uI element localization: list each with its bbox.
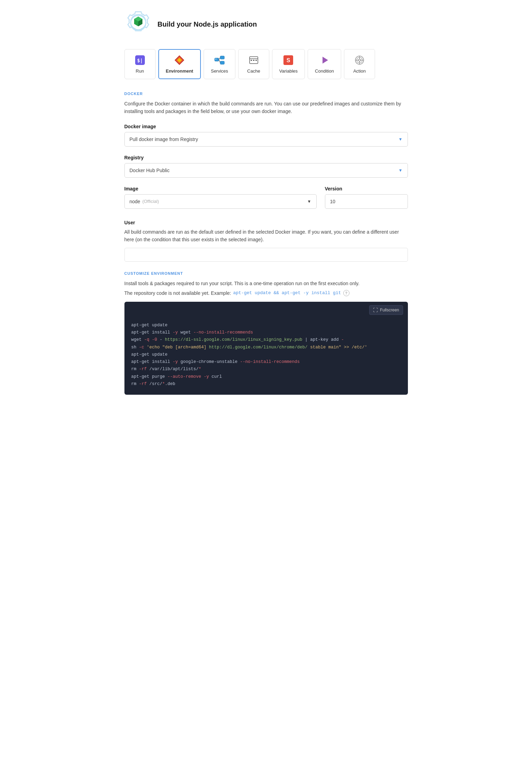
svg-rect-11 bbox=[215, 58, 219, 61]
fullscreen-label: Fullscreen bbox=[380, 308, 399, 312]
docker-image-label: Docker image bbox=[124, 124, 408, 129]
fullscreen-button[interactable]: ⛶ Fullscreen bbox=[369, 305, 403, 315]
cache-icon bbox=[248, 55, 259, 66]
tabs-container: $| Run Environment bbox=[124, 49, 408, 79]
svg-marker-24 bbox=[323, 57, 328, 64]
image-version-row: Image node (Official) ▼ Version bbox=[124, 186, 408, 217]
customize-section: CUSTOMIZE ENVIRONMENT Install tools & pa… bbox=[124, 271, 408, 395]
tab-environment[interactable]: Environment bbox=[158, 49, 201, 79]
svg-rect-12 bbox=[215, 59, 216, 59]
image-select-wrapper[interactable]: node (Official) ▼ bbox=[124, 194, 317, 209]
example-line: The repository code is not available yet… bbox=[124, 290, 408, 296]
svg-rect-20 bbox=[253, 60, 254, 61]
tab-run-label: Run bbox=[136, 68, 144, 74]
tab-variables-label: Variables bbox=[279, 68, 298, 74]
docker-image-select[interactable]: Pull docker image from Registry bbox=[125, 132, 408, 146]
svg-text:$|: $| bbox=[137, 58, 143, 64]
tab-variables[interactable]: S Variables bbox=[272, 49, 305, 79]
tab-action[interactable]: Action bbox=[344, 49, 375, 79]
image-label: Image bbox=[124, 186, 317, 191]
example-prefix: The repository code is not available yet… bbox=[124, 290, 231, 296]
tab-action-label: Action bbox=[353, 68, 366, 74]
image-dropdown-arrow: ▼ bbox=[307, 199, 316, 204]
tab-condition-label: Condition bbox=[315, 68, 334, 74]
docker-description: Configure the Docker container in which … bbox=[124, 100, 408, 115]
code-block[interactable]: apt-get update apt-get install -y wget -… bbox=[124, 318, 408, 395]
example-code: apt-get update && apt-get -y install git bbox=[233, 290, 341, 296]
svg-rect-21 bbox=[255, 60, 257, 61]
tab-cache[interactable]: Cache bbox=[238, 49, 269, 79]
svg-rect-19 bbox=[251, 60, 252, 61]
version-label: Version bbox=[325, 186, 408, 191]
image-field: Image node (Official) ▼ bbox=[124, 186, 317, 209]
docker-section: DOCKER Configure the Docker container in… bbox=[124, 92, 408, 262]
registry-field: Registry Docker Hub Public ▼ bbox=[124, 155, 408, 178]
tab-run[interactable]: $| Run bbox=[124, 49, 156, 79]
install-description: Install tools & packages required to run… bbox=[124, 280, 408, 287]
page-title: Build your Node.js application bbox=[158, 20, 257, 28]
user-field: User All build commands are run as the d… bbox=[124, 220, 408, 262]
code-editor: ⛶ Fullscreen apt-get update apt-get inst… bbox=[124, 302, 408, 395]
logo bbox=[124, 10, 152, 38]
services-icon bbox=[214, 55, 225, 66]
variables-icon: S bbox=[283, 55, 294, 66]
customize-section-tag: CUSTOMIZE ENVIRONMENT bbox=[124, 271, 408, 275]
run-icon: $| bbox=[134, 55, 146, 66]
svg-rect-14 bbox=[220, 61, 224, 64]
tab-services[interactable]: Services bbox=[204, 49, 235, 79]
docker-image-field: Docker image Pull docker image from Regi… bbox=[124, 124, 408, 147]
code-editor-toolbar: ⛶ Fullscreen bbox=[124, 302, 408, 318]
docker-section-tag: DOCKER bbox=[124, 92, 408, 96]
version-field: Version bbox=[325, 186, 408, 209]
docker-image-select-wrapper[interactable]: Pull docker image from Registry ▼ bbox=[124, 132, 408, 147]
page-header: Build your Node.js application bbox=[124, 10, 408, 38]
user-label: User bbox=[124, 220, 408, 225]
action-icon bbox=[354, 55, 365, 66]
svg-rect-13 bbox=[220, 56, 224, 59]
user-input[interactable] bbox=[124, 248, 408, 262]
tab-condition[interactable]: Condition bbox=[308, 49, 341, 79]
fullscreen-icon: ⛶ bbox=[373, 307, 378, 313]
help-icon[interactable]: ? bbox=[343, 290, 349, 296]
tab-cache-label: Cache bbox=[247, 68, 260, 74]
tab-services-label: Services bbox=[211, 68, 228, 74]
condition-icon bbox=[319, 55, 330, 66]
svg-point-26 bbox=[358, 59, 361, 61]
image-official-label: (Official) bbox=[142, 199, 159, 204]
environment-icon bbox=[174, 55, 185, 66]
registry-select[interactable]: Docker Hub Public bbox=[125, 163, 408, 177]
svg-text:S: S bbox=[287, 57, 290, 63]
version-input[interactable] bbox=[325, 194, 408, 209]
user-description: All build commands are run as the defaul… bbox=[124, 228, 408, 244]
registry-label: Registry bbox=[124, 155, 408, 160]
image-node-label: node bbox=[125, 195, 142, 208]
svg-line-16 bbox=[219, 59, 220, 63]
tab-environment-label: Environment bbox=[166, 68, 193, 74]
svg-line-15 bbox=[219, 58, 220, 59]
registry-select-wrapper[interactable]: Docker Hub Public ▼ bbox=[124, 163, 408, 178]
